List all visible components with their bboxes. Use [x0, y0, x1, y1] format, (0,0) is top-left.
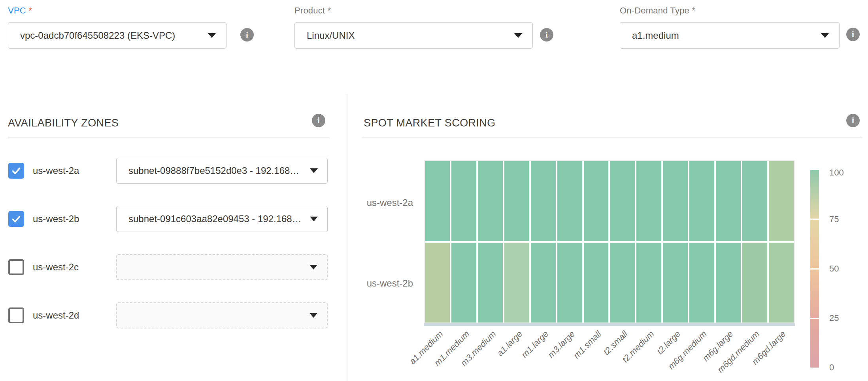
heatmap-cell-us-west-2b-t2.large[interactable]	[663, 243, 688, 323]
heatmap-col-label-text: a1.large	[495, 329, 525, 358]
az-zone-label: us-west-2a	[33, 158, 79, 184]
color-scale-tick-25: 25	[829, 313, 857, 323]
vpc-required-asterisk: *	[28, 6, 32, 15]
az-checkbox-us-west-2b[interactable]	[8, 211, 24, 227]
on-demand-type-info-icon[interactable]: i	[846, 28, 860, 41]
on-demand-type-label-text: On-Demand Type	[620, 6, 689, 15]
product-label-text: Product	[294, 6, 325, 15]
vpc-label-text: VPC	[8, 6, 26, 15]
heatmap-row-label-us-west-2b: us-west-2b	[330, 278, 413, 289]
heatmap-cell-us-west-2b-m6g.large[interactable]	[716, 243, 741, 323]
product-info-icon[interactable]: i	[540, 28, 553, 41]
heatmap-cell-us-west-2b-m1.large[interactable]	[531, 243, 556, 323]
subnet-select-us-west-2b[interactable]: subnet-091c603aa82e09453 - 192.168…	[116, 206, 328, 232]
vpc-select[interactable]: vpc-0adcb70f645508223 (EKS-VPC)	[8, 22, 226, 49]
product-required-asterisk: *	[328, 6, 331, 15]
product-field: Product * Linux/UNIX	[294, 6, 533, 49]
heatmap-cell-us-west-2a-m1.small[interactable]	[584, 161, 609, 241]
chevron-down-icon	[309, 265, 317, 270]
info-glyph: i	[317, 117, 320, 125]
heatmap-cell-us-west-2b-m6gd.medium[interactable]	[742, 243, 767, 323]
az-row-us-west-2d: us-west-2d	[0, 302, 340, 328]
az-checkbox-us-west-2d[interactable]	[8, 307, 24, 323]
az-checkbox-us-west-2c[interactable]	[8, 259, 24, 275]
vertical-divider	[347, 94, 347, 381]
on-demand-type-select[interactable]: a1.medium	[620, 22, 840, 49]
heatmap-cell-us-west-2a-t2.small[interactable]	[610, 161, 635, 241]
subnet-select-us-west-2c[interactable]	[116, 254, 328, 280]
heatmap-col-label-text: m3.large	[546, 329, 577, 360]
az-zone-label: us-west-2c	[33, 254, 79, 280]
availability-zones-list: us-west-2asubnet-09888f7be5152d0e3 - 192…	[0, 158, 340, 351]
az-zone-label: us-west-2d	[33, 302, 79, 328]
heatmap-cell-us-west-2a-m1.large[interactable]	[531, 161, 556, 241]
subnet-select-value: subnet-09888f7be5152d0e3 - 192.168…	[128, 165, 299, 176]
heatmap-row-label-us-west-2a: us-west-2a	[330, 197, 413, 208]
info-glyph: i	[852, 30, 854, 39]
info-glyph: i	[246, 31, 248, 39]
heatmap-cell-us-west-2b-t2.small[interactable]	[610, 243, 635, 323]
color-scale-segment	[810, 220, 819, 268]
heatmap-cell-us-west-2a-m1.medium[interactable]	[451, 161, 476, 241]
availability-zones-divider	[8, 138, 329, 138]
product-select-value: Linux/UNIX	[307, 30, 355, 41]
heatmap-cell-us-west-2b-m3.medium[interactable]	[478, 243, 503, 323]
subnet-select-value: subnet-091c603aa82e09453 - 192.168…	[128, 213, 302, 224]
heatmap-cell-us-west-2b-m6g.medium[interactable]	[689, 243, 714, 323]
color-scale-tick-0: 0	[829, 362, 857, 373]
heatmap-col-label-text: m1.large	[519, 329, 551, 360]
color-scale-bar	[810, 170, 819, 368]
heatmap-cell-us-west-2a-a1.medium[interactable]	[425, 161, 450, 241]
availability-zones-title: AVAILABILITY ZONES	[8, 117, 119, 129]
on-demand-type-required-asterisk: *	[692, 6, 695, 15]
color-scale-tick-50: 50	[829, 264, 857, 274]
heatmap-col-label-text: m1.small	[572, 329, 604, 361]
az-row-us-west-2a: us-west-2asubnet-09888f7be5152d0e3 - 192…	[0, 158, 340, 184]
heatmap-cell-us-west-2a-m3.large[interactable]	[557, 161, 582, 241]
chevron-down-icon	[208, 33, 216, 38]
product-select[interactable]: Linux/UNIX	[294, 22, 533, 49]
availability-zones-info-icon[interactable]: i	[312, 114, 325, 127]
check-icon	[10, 165, 22, 177]
color-scale-segment	[810, 270, 819, 318]
on-demand-type-select-value: a1.medium	[632, 30, 679, 41]
heatmap-x-axis-line	[424, 323, 795, 326]
heatmap-cell-us-west-2a-m6gd.medium[interactable]	[742, 161, 767, 241]
az-checkbox-us-west-2a[interactable]	[8, 163, 24, 179]
heatmap-cell-us-west-2b-m1.medium[interactable]	[451, 243, 476, 323]
heatmap-cell-us-west-2a-m6g.large[interactable]	[716, 161, 741, 241]
chevron-down-icon	[309, 313, 317, 318]
heatmap-cell-us-west-2b-a1.large[interactable]	[504, 243, 529, 323]
vpc-field: VPC * vpc-0adcb70f645508223 (EKS-VPC)	[8, 6, 226, 49]
heatmap-cell-us-west-2a-t2.medium[interactable]	[636, 161, 661, 241]
heatmap-cell-us-west-2b-a1.medium[interactable]	[425, 243, 450, 323]
page: { "colors":{ "focused_label_blue":"#2196…	[0, 0, 868, 381]
chevron-down-icon	[310, 168, 318, 173]
info-glyph: i	[545, 31, 548, 39]
heatmap-cell-us-west-2a-a1.large[interactable]	[504, 161, 529, 241]
color-scale-tick-75: 75	[829, 214, 857, 224]
spot-market-scoring-info-icon[interactable]: i	[846, 114, 860, 127]
vpc-info-icon[interactable]: i	[240, 28, 254, 41]
heatmap-grid	[425, 161, 794, 323]
az-row-us-west-2b: us-west-2bsubnet-091c603aa82e09453 - 192…	[0, 206, 340, 232]
info-glyph: i	[852, 117, 854, 125]
heatmap-cell-us-west-2a-t2.large[interactable]	[663, 161, 688, 241]
heatmap-cell-us-west-2a-m3.medium[interactable]	[478, 161, 503, 241]
heatmap-cell-us-west-2b-m3.large[interactable]	[557, 243, 582, 323]
subnet-select-us-west-2d[interactable]	[116, 302, 328, 328]
heatmap-cell-us-west-2b-t2.medium[interactable]	[636, 243, 661, 323]
heatmap-cell-us-west-2b-m6gd.large[interactable]	[769, 243, 794, 323]
color-scale-segment	[810, 170, 819, 219]
heatmap-cell-us-west-2a-m6g.medium[interactable]	[689, 161, 714, 241]
color-scale-tick-100: 100	[829, 168, 857, 178]
color-scale-segment	[810, 319, 819, 368]
az-row-us-west-2c: us-west-2c	[0, 254, 340, 280]
chevron-down-icon	[310, 217, 318, 221]
on-demand-type-label: On-Demand Type *	[620, 6, 840, 16]
subnet-select-us-west-2a[interactable]: subnet-09888f7be5152d0e3 - 192.168…	[116, 158, 328, 184]
heatmap-cell-us-west-2a-m6gd.large[interactable]	[769, 161, 794, 241]
heatmap-cell-us-west-2b-m1.small[interactable]	[584, 243, 609, 323]
chevron-down-icon	[821, 33, 829, 38]
vpc-label: VPC *	[8, 6, 226, 16]
